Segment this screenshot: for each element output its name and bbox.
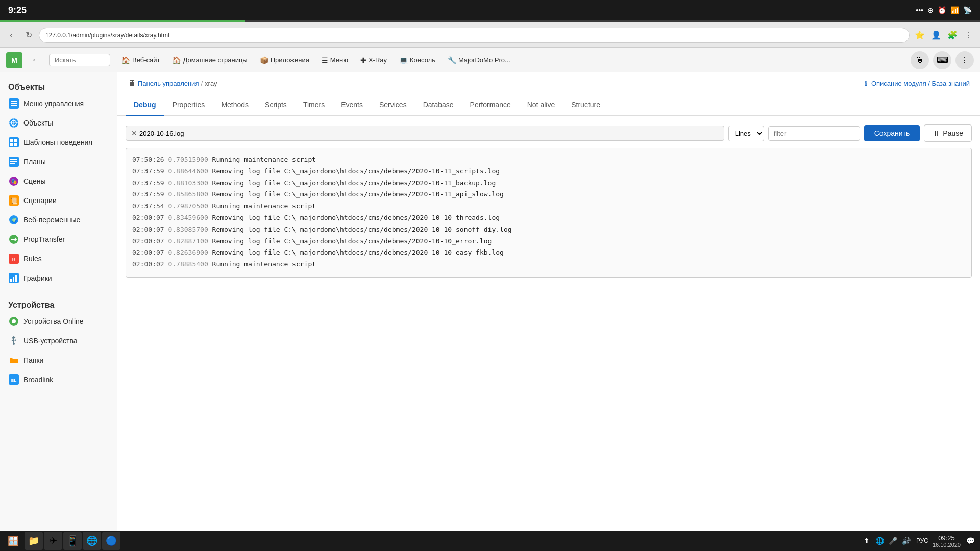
sidebar-item-label: Устройства Online (23, 317, 84, 325)
tab-properties[interactable]: Properties (164, 94, 213, 116)
tab-structure[interactable]: Structure (563, 94, 608, 116)
tab-database[interactable]: Database (415, 94, 462, 116)
log-entry: 07:37:59 0.88103300 Removing log file C:… (132, 178, 965, 189)
toolbar-search-input[interactable] (49, 54, 110, 66)
tab-performance[interactable]: Performance (462, 94, 519, 116)
sidebar-item-label: Планы (23, 158, 46, 166)
sidebar-item-usb[interactable]: USB-устройства (0, 331, 117, 350)
sidebar-item-plans[interactable]: Планы (0, 152, 117, 171)
svg-rect-11 (10, 143, 13, 146)
keyboard-icon-button[interactable]: ⌨ (933, 51, 951, 69)
lines-dropdown[interactable]: Lines 50 100 200 All (728, 126, 764, 141)
browser-address-bar[interactable] (39, 28, 910, 43)
save-button[interactable]: Сохранить (864, 125, 920, 141)
browser-menu-button[interactable]: ⋮ (962, 28, 976, 42)
tab-not-alive[interactable]: Not alive (519, 94, 563, 116)
taskbar-viber[interactable]: 📱 (63, 532, 82, 550)
browser-bookmark-button[interactable]: ⭐ (913, 28, 927, 42)
tab-timers[interactable]: Timers (295, 94, 333, 116)
browser-reload-button[interactable]: ↻ (21, 28, 36, 42)
taskbar-telegram[interactable]: ✈ (44, 532, 62, 550)
notifications-icon[interactable]: 💬 (965, 535, 976, 546)
log-timestamp: 02:00:07 (132, 237, 164, 245)
nav-homepage[interactable]: 🏠 Домашние страницы (167, 54, 252, 66)
tab-events[interactable]: Events (333, 94, 371, 116)
log-message: Removing log file C:\_majordomo\htdocs/c… (212, 237, 492, 245)
log-score: 0.82887100 (168, 237, 208, 245)
log-message: Removing log file C:\_majordomo\htdocs/c… (212, 179, 496, 187)
taskbar-chrome[interactable]: 🔵 (102, 532, 120, 550)
microphone-icon[interactable]: 🎤 (888, 535, 899, 546)
sidebar-item-charts[interactable]: Графики (0, 268, 117, 288)
taskbar-edge[interactable]: 🌐 (83, 532, 101, 550)
objects-icon (8, 117, 19, 129)
browser-extensions-button[interactable]: 🧩 (945, 28, 960, 42)
start-button[interactable]: 🪟 (4, 532, 22, 550)
log-message: Removing log file C:\_majordomo\htdocs/c… (212, 167, 500, 175)
tab-scripts[interactable]: Scripts (257, 94, 295, 116)
console-icon: 💻 (399, 56, 408, 64)
breadcrumb-home[interactable]: Панель управления (138, 80, 199, 87)
sidebar-item-rules[interactable]: R Rules (0, 249, 117, 268)
clock-icon: ⏰ (938, 6, 946, 14)
log-timestamp: 07:50:26 (132, 156, 164, 163)
log-timestamp: 07:37:59 (132, 167, 164, 175)
nav-console[interactable]: 💻 Консоль (394, 54, 440, 66)
show-hidden-icons[interactable]: ⬆ (861, 535, 872, 546)
sidebar-item-devices-online[interactable]: Устройства Online (0, 312, 117, 331)
plans-icon (8, 156, 19, 167)
log-entry: 07:37:59 0.88644600 Removing log file C:… (132, 166, 965, 177)
sidebar-item-broadlink[interactable]: BL Broadlink (0, 370, 117, 389)
sidebar-item-objects[interactable]: Объекты (0, 113, 117, 133)
log-score: 0.83085700 (168, 226, 208, 233)
sidebar-item-proptransfer[interactable]: PropTransfer (0, 230, 117, 249)
browser-user-button[interactable]: 👤 (929, 28, 943, 42)
sidebar: Объекты Меню управления Объекты Шаблоны … (0, 72, 117, 531)
svg-text:R: R (12, 257, 16, 262)
svg-rect-27 (10, 279, 12, 282)
nav-majordomo[interactable]: 🔧 MajorDoMo Pro... (443, 54, 516, 66)
tab-methods[interactable]: Methods (213, 94, 257, 116)
svg-rect-12 (14, 143, 17, 146)
pause-button[interactable]: ⏸ Pause (924, 124, 972, 142)
log-timestamp: 07:37:59 (132, 190, 164, 198)
sidebar-item-folders[interactable]: Папки (0, 350, 117, 370)
filter-input[interactable] (768, 126, 860, 141)
app-toolbar: M ← 🏠 Веб-сайт 🏠 Домашние страницы 📦 При… (0, 48, 980, 72)
network-icon[interactable]: 🌐 (874, 535, 886, 546)
sidebar-item-web-vars[interactable]: 🌍 Веб-переменные (0, 210, 117, 230)
tab-debug[interactable]: Debug (126, 94, 164, 116)
taskbar-time-block[interactable]: 09:25 16.10.2020 (933, 534, 961, 548)
nav-apps[interactable]: 📦 Приложения (255, 54, 314, 66)
back-button[interactable]: ← (29, 53, 43, 67)
sidebar-item-templates[interactable]: Шаблоны поведения (0, 133, 117, 152)
log-timestamp: 02:00:07 (132, 214, 164, 221)
more-options-button[interactable]: ⋮ (955, 51, 974, 69)
nav-xray[interactable]: ✚ X-Ray (355, 54, 392, 66)
volume-icon[interactable]: 🔊 (901, 535, 912, 546)
log-file-remove-button[interactable]: ✕ (131, 129, 137, 137)
sidebar-item-label: Сценарии (23, 196, 57, 205)
sidebar-item-scenarios[interactable]: 📜 Сценарии (0, 191, 117, 210)
sidebar-item-menu-management[interactable]: Меню управления (0, 94, 117, 113)
mouse-icon-button[interactable]: 🖱 (911, 51, 929, 69)
log-timestamp: 07:37:54 (132, 202, 164, 210)
status-time: 9:25 (8, 5, 27, 16)
status-bar: 9:25 ••• ⊕ ⏰ 📶 📡 (0, 0, 980, 20)
nav-menu[interactable]: ☰ Меню (316, 54, 353, 66)
breadcrumb-bar: 🖥 Панель управления / xray ℹ Описание мо… (117, 72, 980, 94)
menu-icon: ☰ (322, 56, 328, 64)
tab-services[interactable]: Services (371, 94, 415, 116)
browser-back-button[interactable]: ‹ (4, 28, 18, 42)
module-info-link[interactable]: ℹ Описание модуля / База знаний (865, 80, 970, 87)
taskbar-file-explorer[interactable]: 📁 (24, 532, 43, 550)
sidebar-divider (0, 292, 117, 292)
charts-icon (8, 272, 19, 284)
status-icons: ••• ⊕ ⏰ 📶 📡 (916, 6, 972, 14)
log-output: 07:50:26 0.70515900 Running maintenance … (126, 148, 972, 278)
nav-website[interactable]: 🏠 Веб-сайт (116, 54, 165, 66)
sidebar-item-scenes[interactable]: 🎭 Сцены (0, 171, 117, 191)
bluetooth-icon: ⊕ (927, 6, 934, 14)
log-file-name: 2020-10-16.log (139, 130, 184, 137)
sidebar-item-label: PropTransfer (23, 235, 65, 243)
